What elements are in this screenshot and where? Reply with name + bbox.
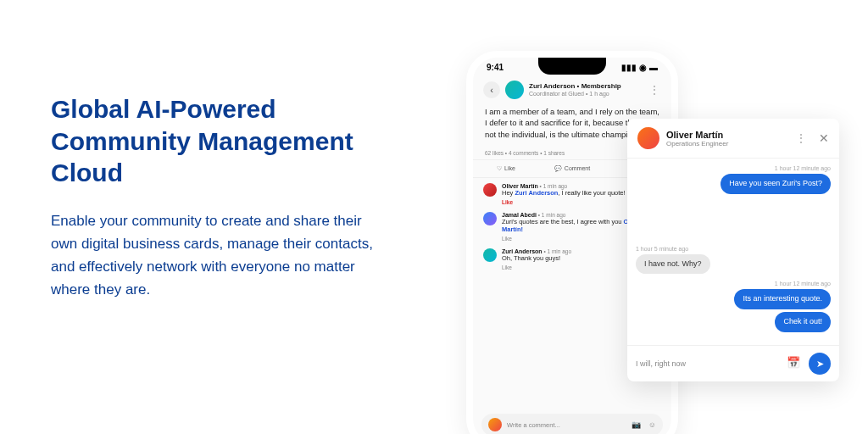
- wifi-icon: ◉: [639, 63, 647, 72]
- comment-icon: 💬: [554, 165, 562, 172]
- composer-avatar: [488, 418, 502, 431]
- heart-icon: ♡: [497, 165, 502, 172]
- comment-avatar[interactable]: [483, 212, 497, 225]
- message-time: 1 hour 5 minute ago: [636, 203, 831, 252]
- chevron-left-icon: ‹: [490, 85, 493, 95]
- comment-avatar[interactable]: [483, 248, 497, 262]
- message-time: 1 hour 12 minute ago: [636, 281, 831, 287]
- chat-contact-role: Operations Engineer: [666, 140, 788, 147]
- message-group: 1 hour 5 minute agoI have not. Why?: [636, 203, 831, 275]
- post-author-name: Zuri Anderson • Membership: [529, 83, 643, 91]
- chat-more-icon[interactable]: ⋮: [795, 131, 807, 145]
- message-bubble: Its an interesting quote.: [734, 289, 831, 309]
- comment-like[interactable]: Like: [502, 236, 512, 242]
- message-group: 1 hour 12 minute agoIts an interesting q…: [636, 281, 831, 334]
- send-icon: ➤: [816, 359, 824, 370]
- comment-button[interactable]: 💬Comment: [539, 165, 605, 172]
- status-time: 9:41: [487, 63, 504, 72]
- back-button[interactable]: ‹: [483, 81, 500, 98]
- calendar-icon[interactable]: 📅: [787, 356, 802, 371]
- message-bubble: Chek it out!: [775, 312, 831, 332]
- chat-popup: Oliver Martín Operations Engineer ⋮ ✕ 1 …: [627, 119, 839, 381]
- like-button[interactable]: ♡Like: [473, 165, 539, 172]
- post-author-avatar[interactable]: [505, 81, 524, 99]
- emoji-icon[interactable]: ☺: [648, 420, 656, 429]
- comment-composer[interactable]: Write a comment... 📷 ☺: [481, 414, 663, 434]
- phone-notch: [538, 58, 606, 75]
- chat-close-button[interactable]: ✕: [819, 131, 829, 145]
- hero-headline: Global AI-Powered Community Management C…: [51, 93, 407, 189]
- chat-input[interactable]: I will, right now: [636, 359, 780, 368]
- post-more-icon[interactable]: ⋮: [648, 83, 661, 97]
- message-group: 1 hour 12 minute agoHave you seen Zuri's…: [636, 165, 831, 197]
- message-bubble: Have you seen Zuri's Post?: [721, 174, 831, 194]
- message-bubble: I have not. Why?: [636, 254, 710, 275]
- battery-icon: ▬: [649, 63, 658, 72]
- hero-subtext: Enable your community to create and shar…: [51, 209, 373, 302]
- status-indicators: ▮▮▮ ◉ ▬: [621, 63, 658, 72]
- comment-avatar[interactable]: [483, 183, 497, 197]
- comment-like[interactable]: Like: [502, 199, 513, 205]
- composer-placeholder: Write a comment...: [507, 421, 624, 429]
- post-author-sub: Coordinator at Glued • 1 h ago: [529, 91, 643, 97]
- chat-avatar[interactable]: [637, 127, 659, 149]
- chat-contact-name: Oliver Martín: [666, 130, 788, 140]
- camera-icon[interactable]: 📷: [632, 420, 641, 429]
- cellular-icon: ▮▮▮: [621, 63, 637, 72]
- message-time: 1 hour 12 minute ago: [636, 165, 831, 171]
- send-button[interactable]: ➤: [809, 353, 831, 375]
- comment-like[interactable]: Like: [502, 264, 512, 270]
- chat-messages: 1 hour 12 minute agoHave you seen Zuri's…: [627, 159, 839, 345]
